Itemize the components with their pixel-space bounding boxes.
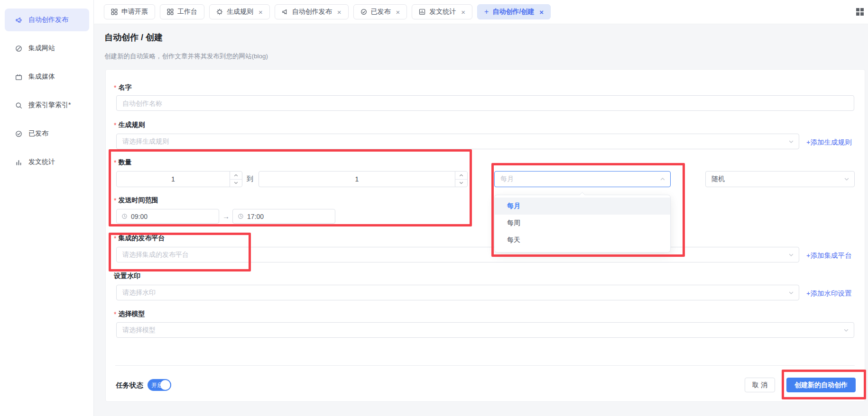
cancel-button[interactable]: 取 消	[745, 378, 775, 392]
tab-label: 已发布	[371, 8, 391, 16]
submit-button[interactable]: 创建新的自动创作	[786, 378, 856, 392]
to-word: 到	[247, 175, 253, 183]
sidebar-item-label: 发文统计	[28, 158, 55, 166]
platform-label: * 集成的发布平台	[114, 234, 165, 242]
tab-bar: 申请开票 工作台 生成规则 × 自动创作发布 × 已发布 × 发文统计 × +	[94, 0, 868, 24]
required-asterisk: *	[114, 159, 116, 166]
platform-select[interactable]: 请选择集成的发布平台	[116, 247, 799, 262]
chevron-up-icon	[660, 176, 665, 182]
end-time-input[interactable]: 17:00	[232, 209, 335, 224]
decrement-icon[interactable]	[455, 179, 467, 187]
frequency-dropdown: 每月 每周 每天	[494, 195, 671, 253]
grid-icon	[111, 9, 118, 15]
check-circle-icon	[15, 130, 22, 137]
task-status-label: 任务状态	[116, 381, 143, 390]
increment-icon[interactable]	[455, 172, 467, 179]
quantity-from-value[interactable]	[117, 172, 230, 187]
required-asterisk: *	[114, 197, 116, 204]
tab-generation-rules[interactable]: 生成规则 ×	[209, 4, 270, 19]
quantity-from-input[interactable]	[116, 171, 242, 187]
toggle-knob	[160, 380, 170, 390]
gear-icon	[216, 9, 223, 15]
sidebar-item-label: 集成媒体	[28, 72, 55, 81]
model-label: * 选择模型	[114, 310, 145, 318]
order-select[interactable]: 随机	[705, 171, 855, 187]
add-rule-link[interactable]: +添加生成规则	[806, 138, 851, 147]
chevron-down-icon	[844, 176, 850, 182]
footer-divider	[115, 365, 855, 366]
close-icon[interactable]: ×	[461, 9, 465, 16]
sidebar-item-integrated-websites[interactable]: 集成网站	[5, 37, 89, 60]
add-watermark-link[interactable]: +添加水印设置	[806, 289, 851, 298]
tab-auto-create-publish[interactable]: 自动创作发布 ×	[275, 4, 349, 19]
required-asterisk: *	[114, 310, 116, 318]
quantity-to-input[interactable]	[259, 171, 468, 187]
tab-published[interactable]: 已发布 ×	[353, 4, 407, 19]
name-label: * 名字	[114, 83, 131, 91]
sidebar-item-label: 集成网站	[28, 44, 55, 53]
sidebar-item-label: 自动创作发布	[28, 16, 68, 24]
tab-label: 自动创作/创建	[492, 8, 534, 16]
chevron-down-icon	[788, 139, 794, 145]
tab-label: 自动创作发布	[292, 8, 332, 16]
form-card	[105, 69, 865, 402]
watermark-label: 设置水印	[114, 272, 140, 280]
bar-chart-icon	[419, 9, 425, 15]
tab-apply-invoice[interactable]: 申请开票	[104, 4, 155, 19]
bar-chart-icon	[15, 159, 22, 166]
clock-icon	[238, 213, 244, 219]
tabs: 申请开票 工作台 生成规则 × 自动创作发布 × 已发布 × 发文统计 × +	[104, 4, 551, 19]
apps-grid-icon[interactable]	[856, 8, 864, 16]
tab-auto-create-new[interactable]: + 自动创作/创建 ×	[477, 4, 551, 19]
tab-post-statistics[interactable]: 发文统计 ×	[412, 4, 472, 19]
page-subtitle: 创建新的自动策略，创作文章并将其发布到您的网站(blog)	[104, 52, 268, 61]
megaphone-icon	[15, 17, 22, 24]
tab-label: 生成规则	[227, 8, 253, 16]
option-monthly[interactable]: 每月	[495, 198, 670, 215]
tab-workbench[interactable]: 工作台	[160, 4, 204, 19]
rule-select[interactable]: 请选择生成规则	[116, 134, 799, 149]
page-title: 自动创作 / 创建	[104, 32, 163, 43]
frequency-select[interactable]: 每月	[494, 171, 671, 187]
watermark-select[interactable]: 请选择水印	[116, 285, 799, 300]
sidebar-item-label: 已发布	[28, 129, 48, 138]
tab-label: 发文统计	[429, 8, 456, 16]
quantity-label: * 数量	[114, 158, 131, 166]
tab-label: 申请开票	[121, 8, 148, 16]
rule-label: * 生成规则	[114, 121, 145, 129]
sidebar-item-integrated-media[interactable]: 集成媒体	[5, 65, 89, 88]
sidebar-item-label: 搜索引擎索引*	[28, 101, 71, 109]
sidebar-item-post-statistics[interactable]: 发文统计	[5, 151, 89, 173]
quantity-from-spinner	[230, 172, 242, 187]
search-icon	[15, 102, 22, 109]
tab-label: 工作台	[177, 8, 197, 16]
required-asterisk: *	[114, 235, 116, 242]
sidebar-item-auto-create-publish[interactable]: 自动创作发布	[5, 9, 89, 31]
chevron-down-icon	[843, 327, 849, 333]
name-input[interactable]	[116, 95, 854, 111]
time-range-label: * 发送时间范围	[114, 196, 158, 204]
decrement-icon[interactable]	[230, 179, 242, 187]
task-status-toggle[interactable]: 开启	[148, 379, 171, 391]
increment-icon[interactable]	[230, 172, 242, 179]
required-asterisk: *	[114, 121, 116, 129]
megaphone-icon	[282, 9, 288, 15]
option-daily[interactable]: 每天	[495, 232, 670, 249]
check-circle-icon	[360, 9, 367, 15]
close-icon[interactable]: ×	[337, 9, 342, 16]
close-icon[interactable]: ×	[396, 9, 400, 16]
start-time-input[interactable]: 09:00	[116, 209, 219, 224]
quantity-to-value[interactable]	[259, 172, 455, 187]
model-select[interactable]: 请选择模型	[116, 322, 854, 338]
sidebar-item-published[interactable]: 已发布	[5, 122, 89, 145]
chevron-down-icon	[788, 290, 794, 296]
clock-icon	[121, 213, 128, 219]
close-icon[interactable]: ×	[539, 9, 544, 16]
sidebar: 自动创作发布 集成网站 集成媒体 搜索引擎索引* 已发布 发文统计	[0, 0, 94, 416]
grid-icon	[167, 9, 174, 15]
add-platform-link[interactable]: +添加集成平台	[806, 251, 851, 260]
tv-icon	[15, 73, 22, 81]
option-weekly[interactable]: 每周	[495, 215, 670, 232]
close-icon[interactable]: ×	[259, 9, 263, 16]
sidebar-item-search-engine-index[interactable]: 搜索引擎索引*	[5, 94, 89, 117]
